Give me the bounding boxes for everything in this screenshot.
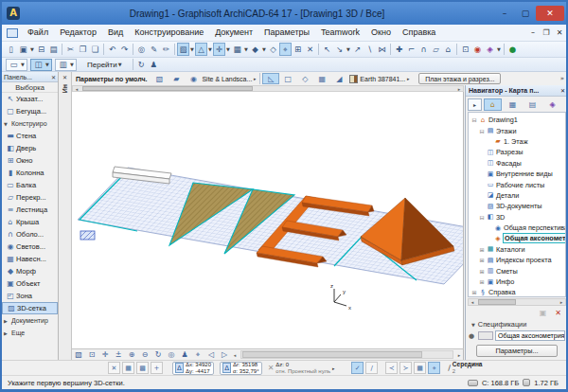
schedule-icon[interactable]: ⊞ bbox=[292, 43, 304, 56]
scrollbar-thumb[interactable] bbox=[242, 351, 422, 358]
zoom-in-icon[interactable]: ⊕ bbox=[125, 349, 138, 360]
roof-tool-icon[interactable]: ⌂ bbox=[442, 43, 454, 56]
snap-arc-icon[interactable]: ≻ bbox=[399, 362, 412, 374]
dy-value[interactable]: -4417 bbox=[195, 368, 209, 374]
inject-parameters-icon[interactable]: ◇ bbox=[267, 43, 279, 56]
navigator-scrollbar[interactable]: ◂ ▸ bbox=[468, 298, 566, 306]
menu-window[interactable]: Окно bbox=[365, 25, 397, 41]
drag-icon[interactable]: ↖ bbox=[321, 43, 333, 56]
tree-item-drawing1[interactable]: ⊟⌂Drawing1 bbox=[469, 115, 565, 125]
tool-skylight[interactable]: ◉Светов... bbox=[2, 241, 58, 253]
menu-view[interactable]: Вид bbox=[102, 25, 129, 41]
scrollbar-thumb[interactable] bbox=[82, 86, 253, 91]
specifications-header[interactable]: ▼ Спецификации bbox=[466, 319, 568, 330]
tree-item-story-1[interactable]: ▰1. Этаж bbox=[469, 136, 565, 147]
next-zoom-icon[interactable]: ▷ bbox=[218, 349, 231, 360]
tool-zone[interactable]: ◰Зона bbox=[2, 290, 58, 302]
orbit-icon[interactable]: ↻ bbox=[135, 58, 148, 71]
render-icon[interactable]: ◉ bbox=[471, 43, 484, 56]
tracker-toggle-icon[interactable]: ✕ bbox=[108, 362, 120, 374]
origin-icon[interactable]: ✛ bbox=[213, 43, 225, 56]
tab-publisher[interactable]: ◈ bbox=[543, 98, 561, 111]
expander-icon[interactable]: ⊞ bbox=[478, 268, 486, 275]
pickup-parameters-icon[interactable]: ◆ bbox=[249, 43, 261, 56]
tool-curtain-wall[interactable]: ▦Навесн... bbox=[2, 253, 58, 265]
cut-icon[interactable]: ✂ bbox=[64, 43, 77, 56]
menu-document[interactable]: Документ bbox=[209, 25, 258, 41]
paste-icon[interactable]: ❏ bbox=[89, 43, 101, 56]
tool-morph[interactable]: ◆Морф bbox=[2, 265, 58, 277]
tree-item-project-indexes[interactable]: ⊞▤Индексы проекта bbox=[469, 255, 565, 265]
3d-window-button[interactable]: ◫▼ bbox=[30, 59, 52, 71]
origin-plus-icon[interactable]: + bbox=[151, 362, 163, 374]
flyout-arrow-icon[interactable]: ▸ bbox=[330, 362, 336, 375]
walk-icon[interactable]: ♟ bbox=[148, 58, 160, 71]
surface-flyout[interactable]: Earth 387841... ▸ bbox=[347, 73, 411, 84]
select-view-icon[interactable]: ▧ bbox=[72, 349, 85, 360]
scroll-left-icon[interactable]: ◂ bbox=[469, 299, 476, 305]
menu-edit[interactable]: Редактор bbox=[54, 25, 102, 41]
snap-grid-icon[interactable]: ▦ bbox=[231, 43, 243, 56]
pan-icon[interactable]: ✛ bbox=[98, 349, 112, 360]
pen-icon[interactable]: ✏ bbox=[160, 43, 172, 56]
tool-column[interactable]: ▮Колонна bbox=[2, 167, 58, 179]
toolbox-header[interactable]: Панель... ✕ bbox=[2, 72, 58, 82]
grid-snap-icon[interactable]: ▦ bbox=[122, 362, 134, 374]
overflow-arrow-icon[interactable]: » bbox=[560, 75, 564, 82]
zoom-out-icon[interactable]: ⊖ bbox=[138, 349, 151, 360]
tool-arrow[interactable]: ↖Указат... bbox=[2, 93, 58, 105]
publish-icon[interactable]: ◈ bbox=[484, 43, 496, 56]
close-button[interactable]: ✕ bbox=[536, 6, 564, 21]
expander-icon[interactable]: ⊞ bbox=[478, 246, 486, 253]
expander-icon[interactable]: ⊟ bbox=[478, 128, 486, 134]
tool-slab[interactable]: ▱Перекр... bbox=[2, 191, 58, 204]
scrollbar-thumb[interactable] bbox=[478, 299, 516, 305]
tree-item-3d-documents[interactable]: ▨3D-документы bbox=[469, 201, 565, 211]
toolbox-section-design[interactable]: ▼Конструиро bbox=[2, 117, 58, 130]
arc-icon[interactable]: ∩ bbox=[417, 43, 430, 56]
z-coordinate-box[interactable]: ✕ Δz: 0 отн. Проектный нуль ▸ bbox=[268, 362, 337, 375]
menu-teamwork[interactable]: Teamwork bbox=[315, 25, 365, 41]
tree-item-generic-axonometry[interactable]: ◈Общая аксонометрия bbox=[469, 233, 565, 243]
maximize-button[interactable]: ▢ bbox=[515, 6, 536, 21]
child-minimize-button[interactable]: – bbox=[526, 25, 540, 41]
infobox-scrollbar[interactable]: ◂ ▸ bbox=[72, 85, 464, 92]
tree-item-3d[interactable]: ⊟◧3D bbox=[469, 212, 565, 223]
go-to-button[interactable]: Перейти▼ bbox=[83, 59, 127, 71]
tree-item-elevations[interactable]: ◫Фасады bbox=[469, 158, 565, 169]
marquee-icon[interactable]: ▧ bbox=[177, 43, 189, 56]
snap-guides-icon[interactable]: ✓ bbox=[351, 362, 364, 374]
fillet-icon[interactable]: ⌐ bbox=[405, 43, 417, 56]
skewed-grid-icon[interactable]: ▩ bbox=[136, 362, 149, 374]
measure-icon[interactable]: △ bbox=[195, 43, 207, 56]
layer-flyout[interactable]: ◉ Site & Landsca... ▸ bbox=[185, 73, 257, 84]
tool-roof[interactable]: ⌂Крыша bbox=[2, 216, 58, 228]
tool-beam[interactable]: ▭Балка bbox=[2, 179, 58, 191]
open-file-icon[interactable]: ▣ bbox=[17, 43, 29, 56]
menu-help[interactable]: Справка bbox=[397, 25, 441, 41]
menu-options[interactable]: Параметры bbox=[258, 25, 315, 41]
orbit-icon[interactable]: ↻ bbox=[151, 349, 165, 360]
delete-icon[interactable]: ✕ bbox=[304, 43, 316, 56]
close-icon[interactable]: ✕ bbox=[51, 74, 56, 80]
default-settings-label[interactable]: Параметры по умолч. bbox=[72, 76, 151, 82]
scroll-left-icon[interactable]: ◂ bbox=[231, 352, 239, 358]
close-icon[interactable]: ✕ bbox=[560, 87, 565, 94]
expander-icon[interactable]: ⊞ bbox=[470, 289, 478, 295]
3d-viewport[interactable]: z y x bbox=[72, 92, 464, 348]
toolbox-section-document[interactable]: ▶Документир bbox=[2, 314, 58, 327]
angle-value[interactable]: 352,79° bbox=[240, 368, 259, 374]
tool-door[interactable]: ◧Дверь bbox=[2, 142, 58, 154]
tool-marquee[interactable]: ▢Бегуща... bbox=[2, 105, 58, 117]
dr-value[interactable]: 35198 bbox=[241, 362, 257, 367]
look-to-icon[interactable]: ⌖ bbox=[191, 349, 204, 360]
walk-icon[interactable]: ♟ bbox=[178, 349, 191, 360]
teamwork-icon[interactable]: ● bbox=[506, 43, 519, 56]
expander-icon[interactable]: ⊞ bbox=[478, 257, 486, 263]
tree-item-worksheets[interactable]: ▭Рабочие листы bbox=[469, 179, 565, 189]
tool-object[interactable]: ▣Объект bbox=[2, 277, 58, 290]
toolbox-section-more[interactable]: ▶Еще bbox=[2, 327, 58, 339]
dx-value[interactable]: 34920 bbox=[195, 362, 211, 367]
tree-item-interior-elevations[interactable]: ▣Внутренние виды bbox=[469, 169, 565, 179]
child-close-button[interactable]: ✕ bbox=[553, 25, 566, 41]
